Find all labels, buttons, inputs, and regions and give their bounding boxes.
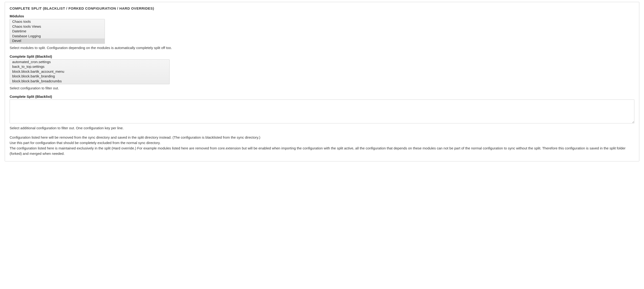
select-option[interactable]: Database Logging <box>10 34 105 39</box>
blacklist-text-description: Select additional configuration to filte… <box>10 126 634 131</box>
select-option[interactable]: Chaos tools <box>10 19 105 24</box>
select-option[interactable]: block.block.bartik_account_menu <box>10 69 170 74</box>
select-option[interactable]: automated_cron.settings <box>10 60 170 64</box>
fieldset-legend: COMPLETE SPLIT (BLACKLIST / FORKED CONFI… <box>10 6 634 10</box>
help-line-1: Configuration listed here will be remove… <box>10 135 634 140</box>
help-line-2: Use this part for configuration that sho… <box>10 140 634 146</box>
select-option[interactable]: Devel <box>10 38 105 44</box>
select-option[interactable]: Chaos tools Views <box>10 24 105 29</box>
select-option[interactable]: block.block.bartik_branding <box>10 74 170 79</box>
blacklist-config-form-item: Complete Split (Blacklist) automated_cro… <box>10 54 634 91</box>
modules-form-item: Módulos Chaos toolsChaos tools ViewsDate… <box>10 14 634 51</box>
blacklist-config-label: Complete Split (Blacklist) <box>10 54 634 58</box>
help-line-3: The configuration listed here is maintai… <box>10 146 634 156</box>
blacklist-config-description: Select configuration to filter out. <box>10 86 634 91</box>
help-text-block: Configuration listed here will be remove… <box>10 135 634 156</box>
modules-select[interactable]: Chaos toolsChaos tools ViewsDatetimeData… <box>10 19 105 44</box>
blacklist-text-form-item: Complete Split (Blacklist) Select additi… <box>10 94 634 131</box>
modules-description: Select modules to split. Configuration d… <box>10 45 634 51</box>
select-option[interactable]: back_to_top.settings <box>10 64 170 69</box>
blacklist-text-label: Complete Split (Blacklist) <box>10 94 634 98</box>
complete-split-fieldset: COMPLETE SPLIT (BLACKLIST / FORKED CONFI… <box>5 2 639 162</box>
modules-label: Módulos <box>10 14 634 18</box>
blacklist-config-select[interactable]: automated_cron.settingsback_to_top.setti… <box>10 59 170 84</box>
select-option[interactable]: block.block.bartik_breadcrumbs <box>10 79 170 84</box>
blacklist-textarea[interactable] <box>10 100 634 124</box>
select-option[interactable]: Datetime <box>10 29 105 34</box>
